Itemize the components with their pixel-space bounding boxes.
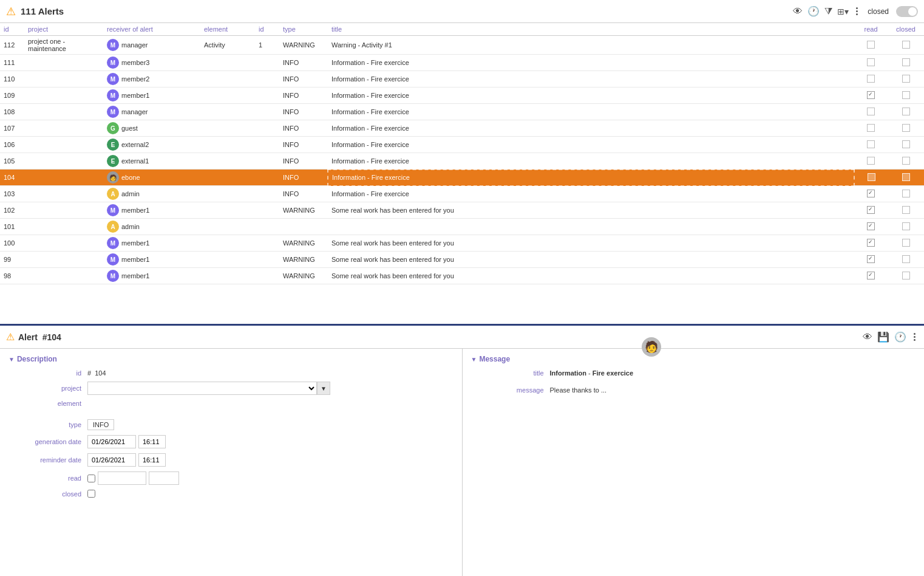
cell-read[interactable]: ✓ <box>854 268 888 284</box>
project-select[interactable] <box>87 382 317 395</box>
detail-header-actions: 👁 💾 🕐 <box>863 331 918 343</box>
reminder-date-input[interactable] <box>87 453 136 467</box>
cell-read[interactable]: ✓ <box>854 87 888 104</box>
col-type[interactable]: type <box>279 23 328 36</box>
columns-icon[interactable]: ⊞▾ <box>837 7 849 16</box>
cell-closed[interactable] <box>888 71 924 87</box>
table-row[interactable]: 105Eexternal1INFOInformation - Fire exer… <box>0 153 924 170</box>
generation-date-input[interactable] <box>87 435 136 448</box>
cell-element: Activity <box>200 36 255 55</box>
project-select-arrow[interactable]: ▼ <box>317 382 330 395</box>
closed-checkbox[interactable] <box>87 490 95 498</box>
project-select-wrapper: ▼ <box>87 382 330 395</box>
table-row[interactable]: 98Mmember1WARNINGSome real work has been… <box>0 268 924 284</box>
eye-icon[interactable]: 👁 <box>793 6 803 17</box>
message-body-row: message Please thanks to ... <box>471 386 916 394</box>
cell-type: WARNING <box>279 268 328 284</box>
cell-closed[interactable] <box>888 36 924 55</box>
cell-type: WARNING <box>279 252 328 268</box>
cell-closed[interactable] <box>888 170 924 186</box>
cell-element <box>200 235 255 252</box>
cell-closed[interactable] <box>888 219 924 235</box>
col-title[interactable]: title <box>328 23 854 36</box>
cell-read[interactable]: ✓ <box>854 235 888 252</box>
clock-icon[interactable]: 🕐 <box>807 5 820 17</box>
col-id[interactable]: id <box>0 23 24 36</box>
closed-toggle-label: closed <box>868 7 889 16</box>
cell-id: 110 <box>0 71 24 87</box>
filter-icon[interactable]: ⧩ <box>824 6 832 17</box>
field-read: read <box>8 471 454 485</box>
col-element[interactable]: element <box>200 23 255 36</box>
description-section-header: ▼ Description <box>8 355 454 363</box>
table-row[interactable]: 107GguestINFOInformation - Fire exercice <box>0 120 924 137</box>
closed-toggle[interactable] <box>896 6 918 17</box>
cell-project <box>24 104 103 120</box>
cell-closed[interactable] <box>888 268 924 284</box>
detail-eye-icon[interactable]: 👁 <box>863 332 872 343</box>
message-title-sep: - <box>588 369 593 377</box>
cell-receiver: Mmember1 <box>103 235 200 252</box>
table-row[interactable]: 111Mmember3INFOInformation - Fire exerci… <box>0 55 924 71</box>
detail-clock-icon[interactable]: 🕐 <box>894 331 906 343</box>
table-row[interactable]: 112project one - maintenanceMmanagerActi… <box>0 36 924 55</box>
col-element-id[interactable]: id <box>255 23 279 36</box>
table-row[interactable]: 100Mmember1WARNINGSome real work has bee… <box>0 235 924 252</box>
id-hash: # <box>87 369 93 377</box>
col-project[interactable]: project <box>24 23 103 36</box>
cell-closed[interactable] <box>888 104 924 120</box>
read-text-input[interactable] <box>98 471 146 485</box>
cell-closed[interactable] <box>888 55 924 71</box>
cell-read[interactable] <box>854 36 888 55</box>
table-row[interactable]: 109Mmember1INFOInformation - Fire exerci… <box>0 87 924 104</box>
message-label: Message <box>479 355 510 363</box>
detail-save-icon[interactable]: 💾 <box>877 331 889 343</box>
cell-read[interactable] <box>854 104 888 120</box>
cell-closed[interactable] <box>888 252 924 268</box>
cell-closed[interactable] <box>888 87 924 104</box>
cell-read[interactable] <box>854 71 888 87</box>
cell-read[interactable]: ✓ <box>854 186 888 202</box>
table-row[interactable]: 103AadminINFOInformation - Fire exercice… <box>0 186 924 202</box>
col-closed[interactable]: closed <box>888 23 924 36</box>
cell-read[interactable] <box>854 137 888 153</box>
detail-body: ▼ Description id # 104 project ▼ element… <box>0 349 924 576</box>
cell-type: WARNING <box>279 235 328 252</box>
cell-read[interactable] <box>854 170 888 186</box>
cell-read[interactable] <box>854 55 888 71</box>
cell-read[interactable]: ✓ <box>854 219 888 235</box>
generation-time-input[interactable] <box>138 435 166 448</box>
read-checkbox[interactable] <box>87 475 95 482</box>
detail-more-icon[interactable] <box>911 331 918 343</box>
table-row[interactable]: 110Mmember2INFOInformation - Fire exerci… <box>0 71 924 87</box>
cell-read[interactable] <box>854 120 888 137</box>
cell-closed[interactable] <box>888 202 924 219</box>
reminder-time-input[interactable] <box>138 453 166 467</box>
table-row[interactable]: 104🧑eboneINFOInformation - Fire exercice <box>0 170 924 186</box>
cell-closed[interactable] <box>888 153 924 170</box>
message-arrow[interactable]: ▼ <box>471 356 477 363</box>
description-arrow[interactable]: ▼ <box>8 356 15 363</box>
table-row[interactable]: 108MmanagerINFOInformation - Fire exerci… <box>0 104 924 120</box>
reminder-date-label: reminder date <box>8 456 81 464</box>
cell-closed[interactable] <box>888 120 924 137</box>
col-receiver[interactable]: receiver of alert <box>103 23 200 36</box>
read-text-input2[interactable] <box>149 471 179 485</box>
col-read[interactable]: read <box>854 23 888 36</box>
table-row[interactable]: 99Mmember1WARNINGSome real work has been… <box>0 252 924 268</box>
table-row[interactable]: 102Mmember1WARNINGSome real work has bee… <box>0 202 924 219</box>
cell-read[interactable]: ✓ <box>854 252 888 268</box>
cell-element <box>200 186 255 202</box>
type-label: type <box>8 421 81 428</box>
cell-closed[interactable] <box>888 137 924 153</box>
cell-closed[interactable] <box>888 235 924 252</box>
table-row[interactable]: 106Eexternal2INFOInformation - Fire exer… <box>0 137 924 153</box>
cell-type: INFO <box>279 104 328 120</box>
cell-read[interactable] <box>854 153 888 170</box>
more-icon[interactable] <box>854 5 860 18</box>
description-label: Description <box>17 355 57 363</box>
cell-closed[interactable] <box>888 186 924 202</box>
table-row[interactable]: 101Aadmin✓ <box>0 219 924 235</box>
cell-read[interactable]: ✓ <box>854 202 888 219</box>
field-id: id # 104 <box>8 369 454 377</box>
